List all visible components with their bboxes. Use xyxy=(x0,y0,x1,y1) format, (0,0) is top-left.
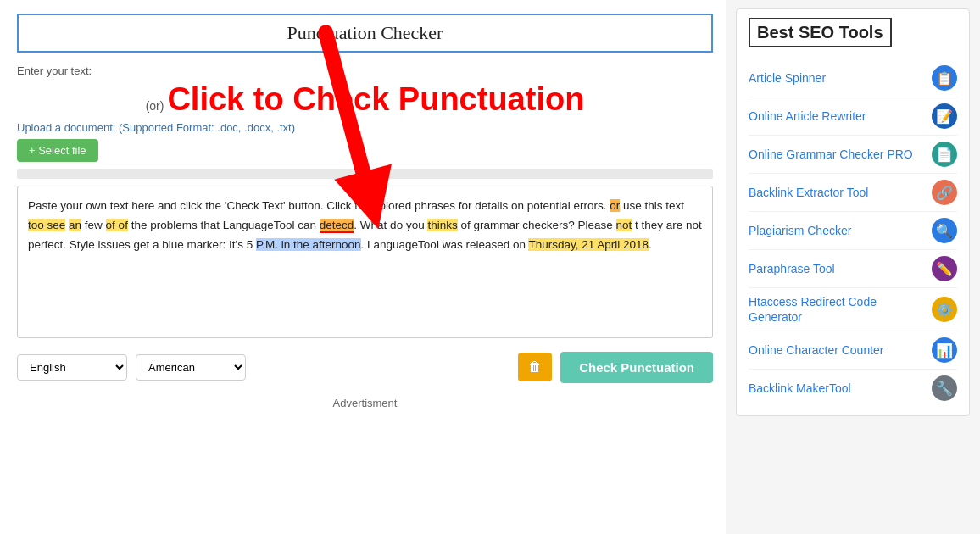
page-title: Punctuation Checker xyxy=(29,22,701,44)
upload-label: Upload a document: (Supported Format: .d… xyxy=(17,121,713,134)
backlink-extractor-link[interactable]: Backlink Extractor Tool xyxy=(749,185,925,200)
grammar-checker-link[interactable]: Online Grammar Checker PRO xyxy=(749,147,925,162)
backlink-maker-link[interactable]: Backlink MakerTool xyxy=(749,381,925,396)
text-editor[interactable]: Paste your own text here and click the '… xyxy=(17,186,713,338)
highlight-date: Thursday, 21 April 2018 xyxy=(528,238,649,251)
overlay-hint: (or)Click to Check Punctuation xyxy=(17,82,713,118)
bottom-controls: English Spanish French German American B… xyxy=(17,343,713,388)
advertisment-label: Advertisment xyxy=(17,397,713,409)
plagiarism-checker-link[interactable]: Plagiarism Checker xyxy=(749,223,925,238)
list-item: Paraphrase Tool ✏️ xyxy=(749,250,957,288)
article-rewriter-link[interactable]: Online Article Rewriter xyxy=(749,108,925,124)
highlight-ofof: of of xyxy=(106,219,128,231)
list-item: Online Character Counter 📊 xyxy=(749,331,957,370)
highlight-toosee: too see xyxy=(28,219,65,231)
paraphrase-tool-link[interactable]: Paraphrase Tool xyxy=(749,261,925,276)
highlight-an: an xyxy=(69,219,81,231)
list-item: Article Spinner 📋 xyxy=(749,59,957,97)
list-item: Backlink MakerTool 🔧 xyxy=(749,370,957,407)
grammar-checker-icon: 📄 xyxy=(932,142,957,167)
upload-section: Upload a document: (Supported Format: .d… xyxy=(17,121,713,162)
right-sidebar: Best SEO Tools Article Spinner 📋 Online … xyxy=(726,0,980,534)
main-area: Punctuation Checker Enter your text: (or… xyxy=(0,0,726,534)
backlink-extractor-icon: 🔗 xyxy=(932,180,957,205)
htaccess-redirect-link[interactable]: Htaccess Redirect Code Generator xyxy=(749,294,925,325)
list-item: Backlink Extractor Tool 🔗 xyxy=(749,174,957,212)
seo-tools-box: Best SEO Tools Article Spinner 📋 Online … xyxy=(736,8,970,416)
title-box: Punctuation Checker xyxy=(17,14,713,53)
list-item: Plagiarism Checker 🔍 xyxy=(749,212,957,250)
or-text: (or) xyxy=(146,99,164,113)
enter-text-label: Enter your text: xyxy=(17,64,713,77)
seo-tools-title: Best SEO Tools xyxy=(749,18,892,47)
list-item: Htaccess Redirect Code Generator ⚙️ xyxy=(749,288,957,331)
character-counter-icon: 📊 xyxy=(932,337,957,363)
dialect-select[interactable]: American British xyxy=(136,354,246,381)
seo-tools-list: Article Spinner 📋 Online Article Rewrite… xyxy=(749,59,957,407)
check-punctuation-button[interactable]: Check Punctuation xyxy=(560,352,713,383)
list-item: Online Grammar Checker PRO 📄 xyxy=(749,136,957,174)
highlight-thinks: thinks xyxy=(427,219,457,231)
highlight-pm: P.M. in the afternoon xyxy=(256,238,361,251)
highlight-not: not xyxy=(616,219,632,231)
click-hint: Click to Check Punctuation xyxy=(167,81,584,117)
article-spinner-icon: 📋 xyxy=(932,65,957,91)
select-file-button[interactable]: + Select file xyxy=(17,139,98,162)
list-item: Online Article Rewriter 📝 xyxy=(749,97,957,136)
article-spinner-link[interactable]: Article Spinner xyxy=(749,70,925,86)
paraphrase-tool-icon: ✏️ xyxy=(932,256,957,281)
plagiarism-checker-icon: 🔍 xyxy=(932,218,957,243)
highlight-or: or xyxy=(610,199,620,212)
article-rewriter-icon: 📝 xyxy=(932,103,957,129)
language-select[interactable]: English Spanish French German xyxy=(17,354,127,381)
character-counter-link[interactable]: Online Character Counter xyxy=(749,342,925,358)
backlink-maker-icon: 🔧 xyxy=(932,375,957,401)
htaccess-icon: ⚙️ xyxy=(932,297,957,322)
trash-button[interactable]: 🗑 xyxy=(518,353,552,381)
page-wrapper: Punctuation Checker Enter your text: (or… xyxy=(0,0,980,534)
progress-bar xyxy=(17,169,713,179)
highlight-detecd: detecd xyxy=(320,219,354,233)
editor-content: Paste your own text here and click the '… xyxy=(28,197,702,255)
